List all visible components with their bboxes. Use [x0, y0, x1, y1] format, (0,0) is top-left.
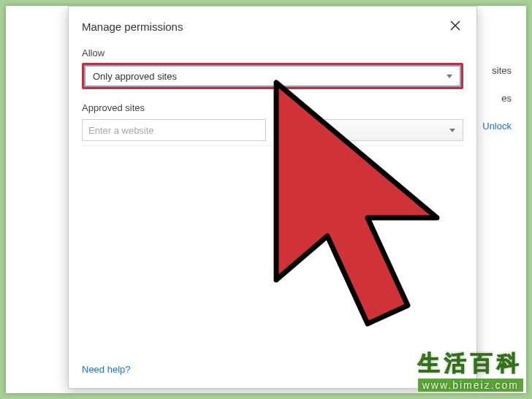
website-input[interactable]: Enter a website [82, 119, 266, 141]
watermark-title: 生活百科 [418, 349, 523, 379]
columns: Approved sites Enter a website Beha Allo… [82, 102, 463, 141]
close-icon [450, 20, 460, 31]
allow-select-highlight: Only approved sites [82, 63, 463, 89]
behavior-select[interactable]: Allow [279, 119, 463, 141]
approved-sites-column: Approved sites Enter a website [82, 102, 266, 141]
close-button[interactable] [447, 18, 463, 34]
dialog-header: Manage permissions [69, 7, 476, 45]
manage-permissions-dialog: Manage permissions Allow Only approved s… [68, 6, 477, 389]
approved-sites-list [82, 145, 463, 354]
website-input-placeholder: Enter a website [88, 125, 154, 136]
need-help-link[interactable]: Need help? [82, 364, 131, 375]
watermark: 生活百科 www.bimeiz.com [418, 349, 523, 392]
behavior-select-value: Allow [287, 125, 310, 136]
allow-select[interactable]: Only approved sites [85, 66, 460, 86]
chevron-down-icon [449, 129, 455, 132]
dialog-title: Manage permissions [82, 20, 183, 33]
allow-label: Allow [82, 48, 463, 58]
page-frame: sites es ocked Unlock Manage permissions… [6, 6, 526, 393]
dialog-footer: Need help? [69, 354, 476, 388]
chevron-down-icon [446, 75, 452, 78]
watermark-url: www.bimeiz.com [418, 379, 523, 392]
allow-select-value: Only approved sites [93, 71, 177, 82]
bg-text: sites [492, 65, 512, 76]
approved-sites-label: Approved sites [82, 102, 266, 113]
bg-text: es [501, 93, 512, 104]
dialog-body: Allow Only approved sites Approved sites… [69, 45, 476, 354]
behavior-column: Beha Allow [279, 102, 463, 141]
unlock-link[interactable]: Unlock [482, 121, 512, 132]
behavior-label: Beha [279, 102, 463, 113]
